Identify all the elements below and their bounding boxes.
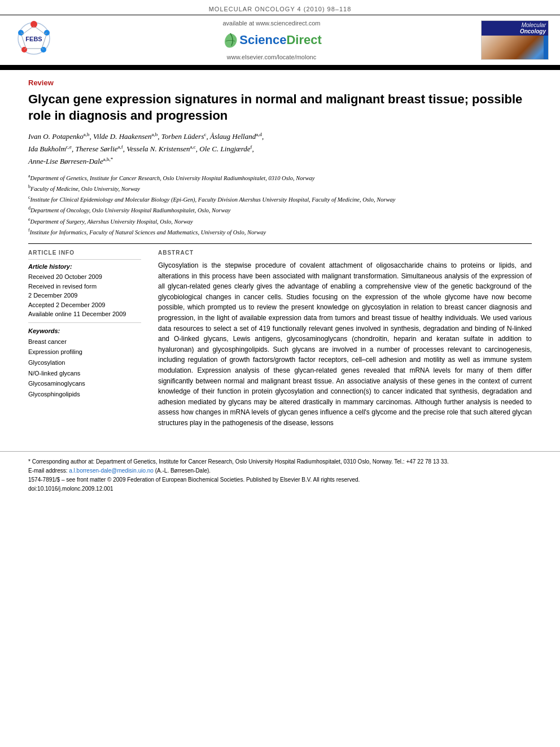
svg-text:FEBS: FEBS — [25, 36, 42, 42]
abstract-header: ABSTRACT — [158, 250, 532, 256]
affil-e: eDepartment of Surgery, Akershus Univers… — [28, 216, 532, 226]
email-suffix: (A.-L. Børresen-Dale). — [155, 468, 211, 474]
header-bar: FEBS available at www.sciencedirect.com — [0, 15, 560, 65]
main-content: Review Glycan gene expression signatures… — [0, 70, 560, 440]
email-link[interactable]: a.l.borresen-dale@medisin.uio.no — [69, 468, 154, 474]
febs-logo: FEBS — [11, 20, 62, 60]
keyword-glycosaminoglycans: Glycosaminoglycans — [28, 378, 141, 389]
keyword-no-linked-glycans: N/O-linked glycans — [28, 368, 141, 379]
affil-a: aDepartment of Genetics, Institute for C… — [28, 173, 532, 182]
available-text: available at www.sciencedirect.com — [222, 20, 320, 27]
mol-oncology-title: Molecular Oncology — [482, 21, 548, 36]
affil-b: bFaculty of Medicine, Oslo University, N… — [28, 184, 532, 193]
page-container: MOLECULAR ONCOLOGY 4 (2010) 98–118 FEBS — [0, 0, 560, 747]
section-label: Review — [28, 78, 532, 87]
email-line: E-mail address: a.l.borresen-dale@medisi… — [28, 466, 532, 475]
journal-header: MOLECULAR ONCOLOGY 4 (2010) 98–118 — [0, 0, 560, 15]
received-revised-label: Received in revised form — [28, 282, 141, 291]
center-logo-area: available at www.sciencedirect.com Scien… — [62, 20, 481, 60]
issn-line: 1574-7891/$ – see front matter © 2009 Fe… — [28, 475, 532, 484]
article-info-header: ARTICLE INFO — [28, 250, 141, 256]
page-footer: * Corresponding author at: Department of… — [0, 451, 560, 499]
affil-f: fInstitute for Informatics, Faculty of N… — [28, 227, 532, 237]
keyword-breast-cancer: Breast cancer — [28, 337, 141, 347]
affiliations: aDepartment of Genetics, Institute for C… — [28, 173, 532, 237]
history-title: Article history: — [28, 263, 141, 270]
sciencedirect-logo: ScienceDirect — [221, 31, 322, 49]
mol-oncology-logo: Molecular Oncology — [481, 20, 549, 60]
abstract-column: ABSTRACT Glycosylation is the stepwise p… — [158, 250, 532, 429]
black-bar — [0, 65, 560, 70]
doi-line: doi:10.1016/j.molonc.2009.12.001 — [28, 484, 532, 493]
sciencedirect-leaf-icon — [221, 31, 239, 49]
email-label: E-mail address: — [28, 468, 67, 474]
received-2: 2 December 2009 — [28, 291, 141, 300]
mol-oncology-image — [482, 36, 548, 60]
elsevier-url: www.elsevier.com/locate/molonc — [227, 54, 316, 60]
two-column-layout: ARTICLE INFO Article history: Received 2… — [28, 250, 532, 429]
keyword-expression-profiling: Expression profiling — [28, 347, 141, 357]
accepted: Accepted 2 December 2009 — [28, 300, 141, 310]
abstract-text: Glycosylation is the stepwise procedure … — [158, 260, 532, 429]
authors: Ivan O. Potapenkoa,b, Vilde D. Haakensen… — [28, 130, 532, 168]
journal-info: MOLECULAR ONCOLOGY 4 (2010) 98–118 — [209, 6, 352, 12]
left-divider-1 — [28, 259, 141, 260]
article-info-column: ARTICLE INFO Article history: Received 2… — [28, 250, 141, 429]
keyword-glycosphingolipids: Glycosphingolipids — [28, 389, 141, 400]
blue-bar — [544, 36, 548, 60]
febs-svg-icon: FEBS — [11, 20, 56, 57]
affil-c: cInstitute for Clinical Epidemiology and… — [28, 194, 532, 204]
received-1: Received 20 October 2009 — [28, 272, 141, 282]
article-title: Glycan gene expression signatures in nor… — [28, 91, 532, 124]
left-divider-2 — [28, 322, 141, 323]
available-online: Available online 11 December 2009 — [28, 309, 141, 319]
affil-d: dDepartment of Oncology, Oslo University… — [28, 205, 532, 215]
corresponding-author: * Corresponding author at: Department of… — [28, 457, 532, 466]
keyword-glycosylation: Glycosylation — [28, 357, 141, 368]
keywords-title: Keywords: — [28, 327, 141, 334]
sciencedirect-text: ScienceDirect — [239, 33, 322, 47]
section-divider — [28, 243, 532, 244]
